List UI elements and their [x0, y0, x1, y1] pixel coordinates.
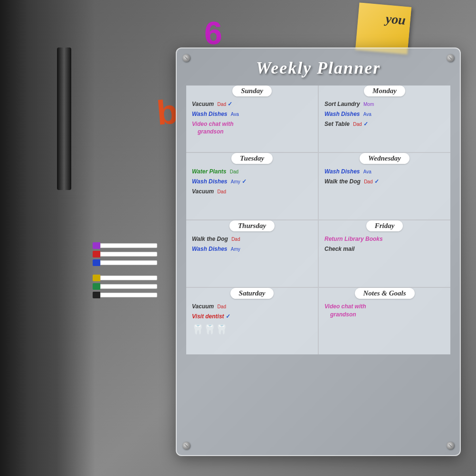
task-check: ✓	[242, 178, 247, 185]
task-item: Wash Dishes Ava	[192, 110, 312, 118]
task-text: Vacuum	[192, 188, 214, 195]
task-tag: Dad	[353, 122, 362, 127]
task-item: Vacuum Dad	[192, 188, 312, 196]
task-text: Video chat with	[192, 121, 234, 127]
screw-top-left	[182, 54, 190, 62]
task-tag: Amy	[231, 179, 240, 184]
wednesday-tasks: Wash Dishes Ava Walk the Dog Dad ✓	[319, 168, 450, 186]
task-tag: Ava	[231, 112, 239, 117]
day-label-saturday: Saturday	[230, 288, 274, 299]
markers-container	[93, 242, 157, 298]
marker-green	[93, 283, 157, 290]
task-text: Wash Dishes	[192, 111, 227, 117]
friday-tasks: Return Library Books Check mail	[319, 235, 450, 253]
day-cell-monday: Monday Sort Laundry Mom Wash Dishes Ava …	[319, 86, 450, 152]
task-text-2: grandson	[192, 128, 224, 135]
task-item: Vacuum Dad ✓	[192, 100, 312, 108]
task-tag: Ava	[363, 112, 371, 117]
screw-top-right	[447, 54, 454, 62]
task-text: Check mail	[324, 246, 354, 252]
saturday-tasks: Vacuum Dad Visit dentist ✓ 🦷🦷🦷	[186, 303, 318, 336]
notes-label: Notes & Goals	[355, 288, 415, 299]
task-item: Set Table Dad ✓	[324, 120, 445, 128]
marker-yellow	[93, 275, 157, 281]
task-check: ✓	[226, 313, 230, 320]
tuesday-tasks: Water Plants Dad Wash Dishes Amy ✓ Vacuu…	[186, 168, 318, 195]
day-label-wednesday: Wednesday	[360, 153, 409, 164]
day-cell-tuesday: Tuesday Water Plants Dad Wash Dishes Amy…	[186, 153, 318, 219]
marker-blue	[93, 259, 157, 266]
task-tooth-drawing: 🦷🦷🦷	[192, 323, 312, 336]
marker-black	[93, 292, 157, 298]
task-check: ✓	[363, 121, 368, 127]
day-label-monday: Monday	[364, 86, 405, 96]
task-tag: Dad	[231, 237, 240, 242]
day-cell-wednesday: Wednesday Wash Dishes Ava Walk the Dog D…	[319, 153, 450, 219]
day-label-tuesday: Tuesday	[231, 153, 273, 164]
task-item: Wash Dishes Ava	[324, 110, 445, 118]
task-text: Vacuum	[192, 101, 214, 107]
task-item: Wash Dishes Amy	[192, 245, 312, 253]
planner-title: Weekly Planner	[186, 58, 450, 78]
task-item: Return Library Books	[324, 235, 445, 243]
marker-purple	[93, 242, 157, 249]
planner-grid: Sunday Vacuum Dad ✓ Wash Dishes Ava Vide…	[186, 86, 450, 354]
magnet-number-6: 6	[204, 14, 222, 51]
task-item: Vacuum Dad	[192, 303, 312, 311]
task-tag: Mom	[363, 102, 374, 107]
task-tag: Dad	[364, 179, 372, 184]
task-text: Set Table	[324, 121, 350, 127]
task-item: Water Plants Dad	[192, 168, 312, 176]
screw-bottom-left	[182, 442, 190, 449]
task-item: Check mail	[324, 245, 445, 253]
sticky-note	[355, 2, 411, 54]
task-item: Wash Dishes Amy ✓	[192, 178, 312, 186]
day-cell-sunday: Sunday Vacuum Dad ✓ Wash Dishes Ava Vide…	[186, 86, 318, 152]
sunday-tasks: Vacuum Dad ✓ Wash Dishes Ava Video chat …	[186, 100, 318, 136]
fridge-handle	[57, 48, 71, 190]
task-text: Visit dentist	[192, 313, 224, 320]
marker-red	[93, 251, 157, 257]
task-tag: Dad	[218, 189, 226, 194]
task-item: Walk the Dog Dad	[192, 235, 312, 243]
task-text: Wash Dishes	[324, 168, 360, 175]
day-cell-notes: Notes & Goals Video chat with grandson	[319, 288, 450, 354]
day-cell-thursday: Thursday Walk the Dog Dad Wash Dishes Am…	[186, 220, 318, 287]
task-tag: Dad	[218, 102, 226, 107]
sticky-note-text: you	[385, 11, 407, 28]
day-cell-saturday: Saturday Vacuum Dad Visit dentist ✓ 🦷🦷🦷	[186, 288, 318, 354]
monday-tasks: Sort Laundry Mom Wash Dishes Ava Set Tab…	[319, 100, 450, 128]
task-text: Sort Laundry	[324, 101, 360, 107]
task-text: Wash Dishes	[324, 111, 360, 117]
notes-content: Video chat with grandson	[319, 303, 450, 319]
task-tag: Amy	[231, 247, 240, 252]
task-text: Wash Dishes	[192, 178, 227, 185]
screw-bottom-right	[447, 442, 454, 449]
day-label-friday: Friday	[366, 220, 403, 231]
task-tag: Ava	[363, 169, 371, 174]
task-text: Water Plants	[192, 168, 226, 175]
task-item: Walk the Dog Dad ✓	[324, 178, 445, 186]
day-cell-friday: Friday Return Library Books Check mail	[319, 220, 450, 287]
task-text: Wash Dishes	[192, 246, 227, 252]
task-item: Video chat with grandson	[192, 120, 312, 136]
day-label-sunday: Sunday	[232, 86, 272, 96]
task-check: ✓	[228, 101, 232, 107]
task-text: Vacuum	[192, 303, 214, 310]
fridge-edge	[0, 0, 95, 476]
task-item: Visit dentist ✓	[192, 313, 312, 321]
task-text: Return Library Books	[324, 236, 383, 242]
notes-item: Video chat with grandson	[324, 303, 445, 319]
task-item: Sort Laundry Mom	[324, 100, 445, 108]
notes-text-2: grandson	[324, 311, 356, 318]
task-text: Walk the Dog	[324, 178, 361, 185]
task-tag: Dad	[218, 304, 226, 309]
task-tag: Dad	[230, 169, 238, 174]
planner-board: Weekly Planner Sunday Vacuum Dad ✓ Wash …	[176, 48, 461, 456]
day-label-thursday: Thursday	[229, 220, 275, 231]
thursday-tasks: Walk the Dog Dad Wash Dishes Amy	[186, 235, 318, 253]
notes-text: Video chat with	[324, 303, 366, 310]
task-item: Wash Dishes Ava	[324, 168, 445, 176]
task-check: ✓	[374, 178, 379, 185]
task-text: Walk the Dog	[192, 236, 228, 242]
